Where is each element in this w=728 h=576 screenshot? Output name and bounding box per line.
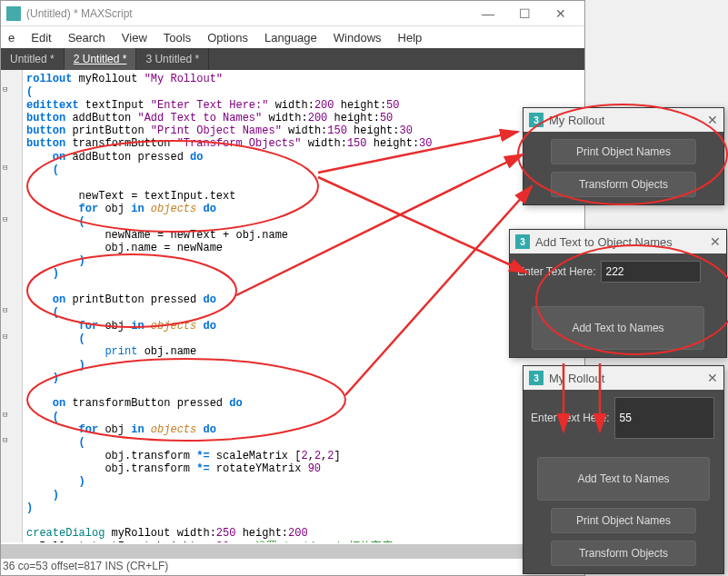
menu-view[interactable]: View (122, 31, 147, 45)
panel2-label: Enter Text Here: (517, 265, 595, 278)
panel2-title: Add Text to Object Names (535, 235, 710, 249)
close-icon[interactable]: ✕ (707, 113, 718, 127)
close-button[interactable]: ✕ (543, 1, 579, 26)
panel3-title: My Rollout (549, 372, 707, 385)
max-icon: 3 (529, 371, 544, 385)
panel3-title-bar[interactable]: 3 My Rollout ✕ (524, 366, 723, 390)
menu-windows[interactable]: Windows (334, 31, 382, 45)
menu-help[interactable]: Help (398, 31, 423, 45)
max-icon: 3 (529, 113, 544, 127)
status-bar: 36 co=53 offset=817 INS (CR+LF) (1, 544, 584, 575)
panel1-title-bar[interactable]: 3 My Rollout ✕ (524, 108, 723, 132)
app-icon (6, 6, 21, 21)
panel2-title-bar[interactable]: 3 Add Text to Object Names ✕ (510, 230, 726, 253)
maxscript-editor-window: (Untitled) * MAXScript — ☐ ✕ e Edit Sear… (0, 0, 585, 576)
panel3-label: Enter Text Here: (531, 412, 609, 424)
tab-untitled-2[interactable]: 2 Untitled * (65, 48, 137, 70)
status-text: 36 co=53 offset=817 INS (CR+LF) (1, 559, 584, 575)
add-text-to-names-button[interactable]: Add Text to Names (537, 457, 710, 501)
print-object-names-button[interactable]: Print Object Names (551, 139, 696, 164)
close-icon[interactable]: ✕ (710, 234, 721, 249)
menu-bar: e Edit Search View Tools Options Languag… (1, 26, 584, 48)
tab-bar: Untitled * 2 Untitled * 3 Untitled * (1, 48, 584, 70)
rollout-panel-1: 3 My Rollout ✕ Print Object Names Transf… (523, 107, 724, 205)
close-icon[interactable]: ✕ (707, 371, 718, 385)
panel3-text-input[interactable] (614, 397, 714, 439)
menu-language[interactable]: Language (264, 31, 317, 45)
code-content[interactable]: rollout myRollout "My Rollout" ( edittex… (23, 70, 584, 542)
menu-search[interactable]: Search (68, 31, 105, 45)
code-area[interactable]: ⊟⊟⊟⊟⊟⊟⊟ rollout myRollout "My Rollout" (… (1, 70, 584, 542)
panel1-title: My Rollout (549, 114, 707, 127)
add-text-to-names-button[interactable]: Add Text to Names (532, 306, 704, 350)
menu-tools[interactable]: Tools (164, 31, 191, 45)
maximize-button[interactable]: ☐ (506, 1, 543, 26)
transform-objects-button[interactable]: Transform Objects (551, 172, 696, 197)
menu-options[interactable]: Options (207, 31, 248, 45)
menu-edit[interactable]: Edit (31, 31, 51, 45)
tab-untitled-1[interactable]: Untitled * (1, 48, 65, 70)
transform-objects-button[interactable]: Transform Objects (551, 541, 696, 566)
print-object-names-button[interactable]: Print Object Names (551, 508, 696, 533)
panel2-text-input[interactable] (601, 261, 701, 283)
title-bar: (Untitled) * MAXScript — ☐ ✕ (1, 1, 584, 26)
rollout-panel-2: 3 Add Text to Object Names ✕ Enter Text … (509, 229, 727, 358)
minimize-button[interactable]: — (470, 1, 506, 26)
rollout-panel-3: 3 My Rollout ✕ Enter Text Here: Add Text… (523, 365, 724, 574)
window-title: (Untitled) * MAXScript (26, 7, 470, 20)
tab-untitled-3[interactable]: 3 Untitled * (136, 48, 209, 70)
gutter: ⊟⊟⊟⊟⊟⊟⊟ (1, 70, 23, 542)
menu-file[interactable]: e (8, 31, 15, 45)
max-icon: 3 (515, 234, 530, 249)
